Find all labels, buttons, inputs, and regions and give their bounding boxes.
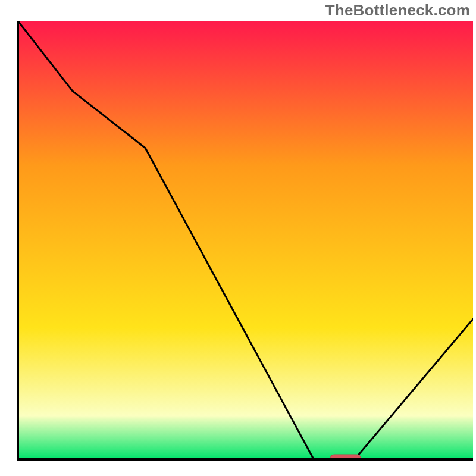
chart-container: TheBottleneck.com	[0, 0, 476, 476]
plot-background	[18, 21, 473, 459]
bottleneck-chart	[0, 0, 476, 476]
